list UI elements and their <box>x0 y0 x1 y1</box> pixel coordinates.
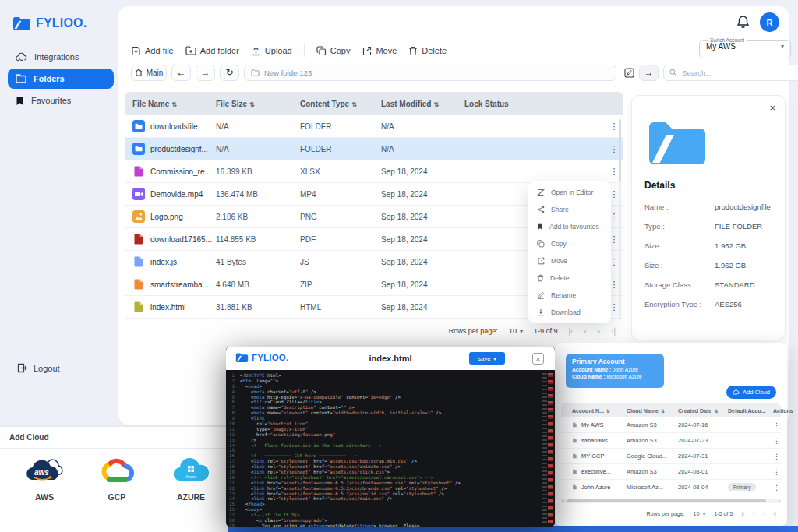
edit-path-icon[interactable] <box>624 68 634 78</box>
menu-move[interactable]: Move <box>528 252 611 270</box>
row-menu-kebab-icon[interactable]: ⋮ <box>773 421 780 429</box>
rows-per-page-select[interactable]: 10 ▾ <box>694 510 706 517</box>
main-button[interactable]: Main <box>131 65 167 81</box>
sidebar-nav: Integrations Folders Favourites <box>8 47 114 112</box>
file-size: N/A <box>216 122 300 131</box>
file-last-modified: Sep 18, 2024 <box>381 303 464 312</box>
details-field-label: Name : <box>644 203 715 211</box>
provider-aws[interactable]: aws AWS <box>13 456 76 502</box>
sidebar-item-folders[interactable]: Folders <box>8 69 114 89</box>
save-button[interactable]: save ▾ <box>469 352 505 365</box>
file-row[interactable]: productdesignf... N/A FOLDER N/A ⋮ <box>125 138 623 160</box>
row-menu-kebab-icon[interactable]: ⋮ <box>773 468 780 476</box>
scrollbar-thumb[interactable] <box>567 499 766 502</box>
close-icon[interactable]: × <box>769 102 775 114</box>
document-icon <box>572 453 577 460</box>
menu-open-in-editor[interactable]: Open in Editor <box>528 184 611 201</box>
user-avatar[interactable]: R <box>760 12 779 32</box>
first-page-button[interactable]: |‹ <box>568 327 573 336</box>
scroll-left-icon[interactable]: ‹ <box>562 498 563 502</box>
account-created-date: 2024-08-04 <box>678 484 728 491</box>
add-cloud-button[interactable]: Add Cloud <box>726 386 776 399</box>
last-page-button[interactable]: ›| <box>772 510 776 517</box>
provider-gcp[interactable]: GCP <box>86 456 148 502</box>
switch-account-select[interactable]: Switch Account My AWS ▾ <box>699 37 791 58</box>
copy-button[interactable]: Copy <box>316 46 351 56</box>
sidebar-item-label: Integrations <box>34 52 79 62</box>
prev-page-button[interactable]: ‹ <box>753 510 755 517</box>
next-page-button[interactable]: › <box>598 327 600 336</box>
menu-share[interactable]: Share <box>528 201 611 218</box>
back-button[interactable]: ← <box>171 65 191 81</box>
col-file-size[interactable]: File Size⇅ <box>216 100 300 108</box>
scroll-right-icon[interactable]: › <box>779 498 780 502</box>
refresh-button[interactable]: ↻ <box>220 65 239 81</box>
add-folder-button[interactable]: Add folder <box>185 46 239 55</box>
prev-page-button[interactable]: ‹ <box>584 327 586 336</box>
account-row[interactable]: My AWS Amazon S3 2024-07-16 ⋮ <box>561 417 781 433</box>
location-bar: Main ← → ↻ New folder123 → <box>131 64 798 81</box>
sidebar-item-favourites[interactable]: Favourites <box>8 90 114 111</box>
file-last-modified: N/A <box>381 145 464 153</box>
editor-close-button[interactable]: × <box>532 353 544 365</box>
account-row[interactable]: MY GCP Google Cloud... 2024-07-31 ⋮ <box>561 449 781 464</box>
upload-button[interactable]: Upload <box>251 46 292 56</box>
sort-icon: ⇅ <box>249 101 255 108</box>
sort-icon: ⇅ <box>171 101 177 108</box>
provider-azure[interactable]: Azure AZURE <box>160 456 222 502</box>
file-row[interactable]: Commission_re... 16.399 KB XLSX Sep 18, … <box>125 160 623 183</box>
row-menu-kebab-icon[interactable]: ⋮ <box>773 453 780 460</box>
col-created-date[interactable]: Created Date⇅ <box>678 408 728 414</box>
row-menu-kebab-icon[interactable]: ⋮ <box>773 437 780 445</box>
sort-icon: ⇅ <box>351 101 357 108</box>
sidebar-item-integrations[interactable]: Integrations <box>8 47 114 67</box>
add-file-button[interactable]: Add file <box>131 46 174 56</box>
horizontal-scrollbar[interactable]: ‹ › <box>561 499 781 503</box>
menu-download[interactable]: Download <box>528 304 611 321</box>
file-type-icon <box>132 278 145 291</box>
search-input[interactable] <box>680 68 798 78</box>
col-file-name[interactable]: File Name⇅ <box>132 100 216 108</box>
col-account-name[interactable]: Account N...⇅ <box>572 408 627 414</box>
menu-delete[interactable]: Delete <box>528 270 611 287</box>
table-scrollbar[interactable] <box>619 119 621 320</box>
editor-minimap[interactable] <box>542 373 553 523</box>
code-line: 20 <!-- <link rel="stylesheet" href="ass… <box>226 475 555 481</box>
delete-button[interactable]: Delete <box>408 46 447 56</box>
code-line: 27 <!--[if lte IE 9]> <box>226 513 555 518</box>
menu-rename[interactable]: Rename <box>528 287 611 304</box>
rows-per-page-select[interactable]: 10 ▾ <box>509 327 523 335</box>
line-number: 26 <box>226 507 240 513</box>
menu-copy[interactable]: Copy <box>528 235 611 252</box>
file-size: 16.399 KB <box>216 167 300 176</box>
col-cloud-name[interactable]: Cloud Name⇅ <box>627 408 678 414</box>
code-text: <meta name="viewport" content="width=dev… <box>240 410 441 416</box>
code-line: 11 type="image/x-icon" <box>226 427 555 432</box>
code-text: <body> <box>240 507 262 513</box>
code-text: <!-- <link rel="stylesheet" href="assets… <box>240 475 433 481</box>
last-page-button[interactable]: ›| <box>611 327 616 336</box>
account-row[interactable]: John Azure Microsoft Az... 2024-08-04 Pr… <box>561 480 781 495</box>
chevron-down-icon: ▾ <box>781 43 784 50</box>
menu-add-to-favourites[interactable]: Add to favourites <box>528 218 611 235</box>
code-text: rel="shortcut icon" <box>240 421 308 427</box>
go-button[interactable]: → <box>639 65 659 81</box>
first-page-button[interactable]: |‹ <box>741 510 745 517</box>
logout-button[interactable]: Logout <box>17 363 60 373</box>
move-button[interactable]: Move <box>362 46 397 56</box>
breadcrumb[interactable]: New folder123 <box>244 65 616 81</box>
account-row[interactable]: sabariaws Amazon S3 2024-07-23 ⋮ <box>561 433 781 449</box>
next-page-button[interactable]: › <box>763 510 765 517</box>
col-last-modified[interactable]: Last Modified⇅ <box>381 100 464 108</box>
notifications-bell-icon[interactable] <box>736 15 750 29</box>
file-row[interactable]: downloadsfile N/A FOLDER N/A ⋮ <box>125 115 623 138</box>
forward-button[interactable]: → <box>196 65 215 81</box>
file-size: N/A <box>216 145 300 153</box>
code-area[interactable]: 1 <!DOCTYPE html> 2 <html lang=""> 3 <he… <box>226 370 555 527</box>
row-menu-kebab-icon[interactable]: ⋮ <box>773 484 780 491</box>
col-content-type[interactable]: Content Type⇅ <box>300 100 381 108</box>
account-row[interactable]: executive... Amazon S3 2024-08-01 ⋮ <box>561 464 781 480</box>
add-cloud-title: Add Cloud <box>9 433 49 442</box>
code-line: 29 You are using an <strong>outdated</st… <box>226 523 555 527</box>
file-type-icon <box>132 120 145 132</box>
